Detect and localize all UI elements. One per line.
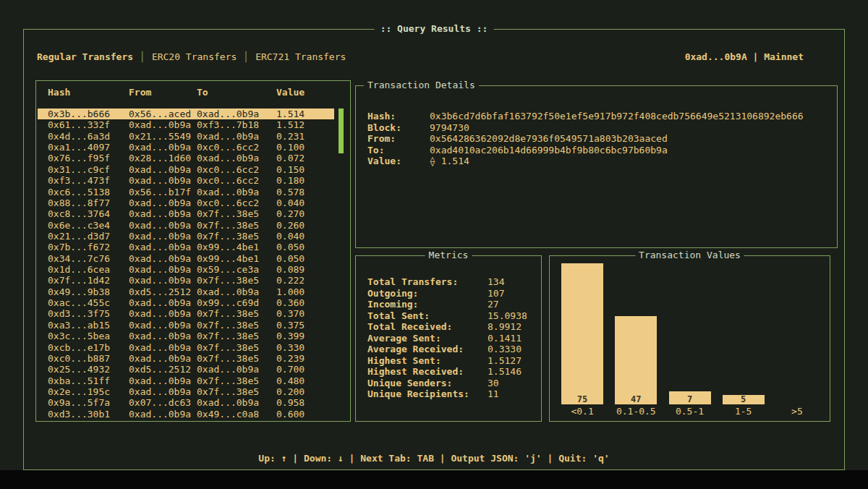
- table-row[interactable]: 0xa1...40970xad...0b9a0xc0...6cc20.100: [38, 142, 334, 153]
- table-cell: 0.222: [276, 275, 334, 286]
- table-row[interactable]: 0xc6...51380x56...b17f0xad...0b9a0.578: [38, 187, 334, 197]
- metric-value: 0.3330: [488, 344, 535, 355]
- table-row[interactable]: 0xf3...473f0xad...0b9a0xc0...6cc20.180: [38, 175, 334, 186]
- bar-category-label: >5: [791, 406, 803, 417]
- field-label: To:: [367, 145, 430, 156]
- metric-label: Unique Recipients:: [367, 388, 488, 400]
- metric-label: Unique Senders:: [367, 378, 488, 389]
- table-row[interactable]: 0x61...332f0xad...0b9a0xf3...7b181.512: [38, 119, 334, 130]
- table-row[interactable]: 0x3b...b6660x56...aced0xad...0b9a1.514: [38, 109, 334, 119]
- field-value: 0xad4010ac206b14d66999b4bf9b80c6bc97b60b…: [430, 145, 830, 156]
- table-row[interactable]: 0x7b...f6720xad...0b9a0x99...4be10.050: [38, 242, 334, 252]
- table-cell: 0x99...4be1: [197, 242, 276, 252]
- chart-bar: 5: [723, 395, 765, 404]
- table-cell: 0x34...7c76: [48, 253, 129, 264]
- table-row[interactable]: 0xc8...37640xad...0b9a0x7f...38e50.270: [38, 208, 334, 219]
- table-cell: 0x59...ce3a: [197, 264, 276, 275]
- table-row[interactable]: 0x2e...195c0xad...0b9a0x7f...38e50.200: [38, 386, 334, 397]
- metric-row: Unique Recipients:11: [367, 388, 535, 400]
- table-row[interactable]: 0x3c...5bea0xad...0b9a0x7f...38e50.399: [38, 331, 334, 341]
- table-row[interactable]: 0x6e...c3e40xad...0b9a0x7f...38e50.260: [38, 220, 334, 231]
- table-cell: 0.270: [276, 208, 334, 219]
- table-row[interactable]: 0x88...8f770xad...0b9a0xc0...6cc20.040: [38, 197, 334, 208]
- table-cell: 0.200: [276, 386, 334, 397]
- table-cell: 0x1d...6cea: [48, 264, 129, 275]
- table-row[interactable]: 0x7f...1d420xad...0b9a0x7f...38e50.222: [38, 275, 334, 286]
- table-row[interactable]: 0x31...c9cf0xad...0b9a0xc0...6cc20.150: [38, 164, 334, 175]
- table-cell: 0.050: [276, 242, 334, 252]
- metric-row: Highest Received:1.5146: [367, 366, 535, 378]
- table-row[interactable]: 0xd3...30b10xad...0b9a0x49...c0a80.600: [38, 409, 334, 420]
- table-cell: 0xad...0b9a: [129, 331, 197, 341]
- bar-value-label: 75: [577, 394, 587, 404]
- table-cell: 0.089: [276, 264, 334, 275]
- table-cell: 0xc6...5138: [48, 187, 129, 197]
- table-cell: 0.260: [276, 220, 334, 231]
- column-header-hash: Hash: [48, 87, 129, 98]
- table-cell: 0x7f...38e5: [197, 386, 276, 397]
- table-row[interactable]: 0x21...d3d70xad...0b9a0x7f...38e50.040: [38, 231, 334, 242]
- tab-erc721-transfers[interactable]: ERC721 Transfers: [255, 51, 346, 62]
- table-cell: 0xba...51ff: [48, 375, 129, 386]
- tab-separator: │: [140, 51, 145, 62]
- chart-bar-group: 75<0.1: [556, 263, 609, 417]
- table-cell: 0.100: [276, 142, 334, 153]
- table-row[interactable]: 0x34...7c760xad...0b9a0x99...4be10.050: [38, 253, 334, 264]
- table-row[interactable]: 0x49...9b380xd5...25120xad...0b9a1.000: [38, 286, 334, 297]
- table-scrollbar[interactable]: [339, 109, 344, 417]
- field-value: 9794730: [430, 122, 830, 134]
- window-title: :: Query Results ::: [375, 23, 494, 34]
- chart-bar: 47: [615, 316, 657, 404]
- table-row[interactable]: 0x76...f95f0x28...1d600xad...0b9a0.072: [38, 153, 334, 163]
- bar-value-label: 47: [631, 394, 641, 404]
- table-cell: 0xad...0b9a: [197, 187, 276, 197]
- table-cell: 0x25...4932: [48, 364, 129, 375]
- table-cell: 0x7f...38e5: [197, 331, 276, 341]
- table-cell: 0x07...dc63: [129, 397, 197, 408]
- table-cell: 0.239: [276, 353, 334, 364]
- column-header-value: Value: [276, 87, 334, 98]
- table-row[interactable]: 0xcb...e17b0xad...0b9a0x7f...38e50.330: [38, 342, 334, 353]
- table-cell: 0.040: [276, 231, 334, 242]
- metric-label: Average Sent:: [367, 333, 488, 344]
- table-row[interactable]: 0x4d...6a3d0x21...55490xad...0b9a0.231: [38, 131, 334, 142]
- metric-value: 0.1411: [488, 333, 535, 344]
- details-field: Hash:0x3b6cd7d6bfaf163792f50e1ef5e917b97…: [367, 111, 830, 122]
- metric-row: Highest Sent:1.5127: [367, 355, 535, 367]
- table-row[interactable]: 0xc0...b8870xad...0b9a0x7f...38e50.239: [38, 353, 334, 364]
- column-header-from: From: [129, 87, 197, 98]
- table-row[interactable]: 0x1d...6cea0xad...0b9a0x59...ce3a0.089: [38, 264, 334, 275]
- table-row[interactable]: 0x25...49320xd5...25120xad...0b9a0.700: [38, 364, 334, 375]
- table-cell: 0xc0...6cc2: [197, 197, 276, 208]
- table-row[interactable]: 0x9a...5f7a0x07...dc630xad...0b9a0.958: [38, 397, 334, 408]
- table-cell: 0xad...0b9a: [129, 142, 197, 153]
- table-row[interactable]: 0xd3...3f750xad...0b9a0x7f...38e50.370: [38, 308, 334, 319]
- chart-bar-group: 470.1-0.5: [609, 316, 663, 417]
- table-row[interactable]: 0xba...51ff0xad...0b9a0x7f...38e50.480: [38, 375, 334, 386]
- metric-value: 134: [488, 276, 535, 288]
- metric-row: Average Received:0.3330: [367, 344, 535, 355]
- tab-regular-transfers[interactable]: Regular Transfers: [37, 51, 133, 62]
- table-cell: 0xc8...3764: [48, 208, 129, 219]
- table-cell: 0xad...0b9a: [129, 264, 197, 275]
- tab-erc20-transfers[interactable]: ERC20 Transfers: [152, 51, 237, 62]
- table-cell: 0xc0...6cc2: [197, 175, 276, 186]
- table-cell: 0xad...0b9a: [129, 242, 197, 252]
- table-cell: 0x6e...c3e4: [48, 220, 129, 231]
- table-cell: 0x28...1d60: [129, 153, 197, 163]
- table-cell: 0.360: [276, 297, 334, 308]
- metric-row: Unique Senders:30: [367, 378, 535, 389]
- scrollbar-thumb[interactable]: [339, 109, 344, 153]
- field-label: Hash:: [367, 111, 430, 122]
- table-cell: 0x99...4be1: [197, 253, 276, 264]
- bar-category-label: <0.1: [571, 406, 593, 417]
- table-row[interactable]: 0xac...455c0xad...0b9a0x99...c69d0.360: [38, 297, 334, 308]
- table-row[interactable]: 0xa3...ab150xad...0b9a0x7f...38e50.375: [38, 320, 334, 331]
- table-cell: 0x7f...38e5: [197, 308, 276, 319]
- table-cell: 0xd3...3f75: [48, 308, 129, 319]
- table-cell: 0xad...0b9a: [129, 208, 197, 219]
- table-cell: 0.480: [276, 375, 334, 386]
- table-cell: 1.512: [276, 119, 334, 130]
- table-cell: 0x7f...38e5: [197, 231, 276, 242]
- table-cell: 0.958: [276, 397, 334, 408]
